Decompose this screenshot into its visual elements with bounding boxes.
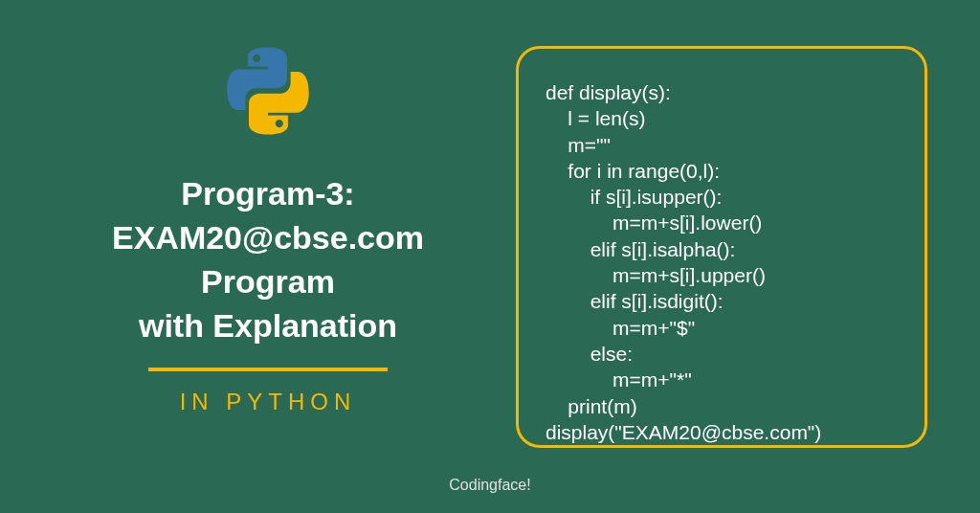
code-box: def display(s): l = len(s) m="" for i in… xyxy=(516,46,927,448)
left-section: Program-3: EXAM20@cbse.com Program with … xyxy=(77,43,459,415)
code-line: m=m+s[i].lower() xyxy=(546,210,898,235)
code-line: elif s[i].isalpha(): xyxy=(546,236,898,262)
subtitle: IN PYTHON xyxy=(77,389,459,415)
title-line-1: Program-3: xyxy=(77,172,459,216)
code-line: l = len(s) xyxy=(546,105,898,131)
code-line: display("EXAM20@cbse.com") xyxy=(546,419,898,445)
code-line: m="" xyxy=(546,132,898,158)
footer-text: Codingface! xyxy=(449,477,530,494)
title-line-2: EXAM20@cbse.com xyxy=(77,216,459,260)
title-container: Program-3: EXAM20@cbse.com Program with … xyxy=(77,172,459,415)
code-line: m=m+"$" xyxy=(546,315,898,341)
title-line-4: with Explanation xyxy=(77,304,459,348)
code-line: def display(s): xyxy=(546,79,898,105)
python-logo-icon xyxy=(220,43,316,139)
code-line: elif s[i].isdigit(): xyxy=(546,288,898,314)
code-line: print(m) xyxy=(546,393,898,419)
code-line: for i in range(0,l): xyxy=(546,158,898,184)
code-line: m=m+s[i].upper() xyxy=(546,262,898,288)
title-underline xyxy=(148,368,388,371)
title-line-3: Program xyxy=(77,260,459,304)
code-line: else: xyxy=(546,341,898,367)
code-line: if s[i].isupper(): xyxy=(546,184,898,210)
code-line: m=m+"*" xyxy=(546,367,898,392)
